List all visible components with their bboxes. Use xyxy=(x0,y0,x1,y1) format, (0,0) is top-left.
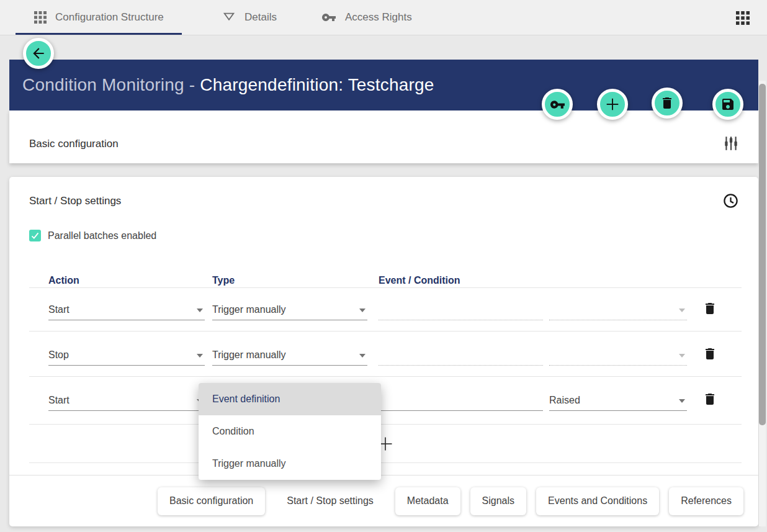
action-select-row2[interactable]: Stop xyxy=(48,345,205,366)
footer-button-references[interactable]: References xyxy=(669,487,743,515)
tune-sliders-icon[interactable] xyxy=(723,135,739,151)
column-header-type: Type xyxy=(212,275,235,286)
event-condition-field-row1[interactable] xyxy=(379,299,543,320)
footer-button-events-and-conditions[interactable]: Events and Conditions xyxy=(536,487,659,515)
plus-icon xyxy=(604,96,621,113)
page-title-prefix: Condition Monitoring - xyxy=(22,75,200,94)
row-value: Stop xyxy=(48,349,69,360)
app-window: Configuration Structure Details Access R… xyxy=(0,0,767,532)
divider xyxy=(29,424,742,425)
type-dropdown-menu: Event definition Condition Trigger manua… xyxy=(199,383,381,480)
state-select-row3[interactable]: Raised xyxy=(549,390,687,411)
chevron-down-icon xyxy=(197,309,203,312)
access-rights-button[interactable] xyxy=(542,89,573,120)
delete-row-button-row3[interactable] xyxy=(702,392,717,407)
divider xyxy=(29,331,742,331)
save-icon xyxy=(720,97,735,112)
menu-item-condition[interactable]: Condition xyxy=(199,415,381,448)
tab-label: Access Rights xyxy=(345,11,412,24)
scrollbar-track[interactable] xyxy=(759,81,766,526)
footer-button-signals[interactable]: Signals xyxy=(470,487,526,515)
key-icon xyxy=(321,10,336,25)
chevron-down-icon xyxy=(679,399,685,403)
basic-configuration-section: Basic configuration xyxy=(9,110,758,163)
page-title-main: Chargendefinition: Testcharge xyxy=(200,75,434,94)
footer-button-start-stop-settings[interactable]: Start / Stop settings xyxy=(275,487,385,515)
row-value: Trigger manually xyxy=(212,304,286,315)
event-condition-field-row2[interactable] xyxy=(379,345,543,366)
chevron-down-icon xyxy=(359,354,366,358)
tab-label: Details xyxy=(244,11,277,24)
trash-icon xyxy=(660,96,675,110)
type-select-row2[interactable]: Trigger manually xyxy=(212,345,367,366)
divider xyxy=(29,462,742,463)
parallel-batches-checkbox[interactable] xyxy=(29,230,41,241)
chevron-down-icon xyxy=(359,309,366,312)
apps-grid-icon[interactable] xyxy=(736,11,750,25)
column-header-action: Action xyxy=(48,275,79,286)
parallel-batches-label: Parallel batches enabled xyxy=(48,230,156,241)
grid-icon xyxy=(34,11,47,24)
delete-row-button-row2[interactable] xyxy=(702,346,717,361)
state-select-row2[interactable] xyxy=(549,345,687,366)
back-button[interactable] xyxy=(23,38,54,69)
divider xyxy=(29,287,742,288)
row-value: Raised xyxy=(549,395,580,405)
menu-item-event-definition[interactable]: Event definition xyxy=(199,383,381,415)
footer-button-basic-configuration[interactable]: Basic configuration xyxy=(158,487,265,515)
tab-access-rights[interactable]: Access Rights xyxy=(321,0,412,35)
action-select-row3[interactable]: Start xyxy=(48,390,205,411)
delete-button[interactable] xyxy=(652,88,683,119)
event-condition-field-row3[interactable] xyxy=(379,390,543,411)
key-icon xyxy=(550,97,565,112)
funnel-icon xyxy=(222,11,236,24)
page-header: Condition Monitoring - Chargendefinition… xyxy=(9,60,758,110)
type-select-row1[interactable]: Trigger manually xyxy=(212,299,367,320)
tab-details[interactable]: Details xyxy=(222,0,277,35)
save-button[interactable] xyxy=(712,89,743,120)
top-tab-bar: Configuration Structure Details Access R… xyxy=(0,0,767,35)
checkmark-icon xyxy=(30,231,40,240)
divider xyxy=(29,376,742,377)
scrollbar-thumb[interactable] xyxy=(759,84,766,425)
column-header-event-condition: Event / Condition xyxy=(379,275,460,286)
footer-button-metadata[interactable]: Metadata xyxy=(395,487,460,515)
chevron-down-icon xyxy=(679,309,685,312)
add-button[interactable] xyxy=(597,89,628,120)
tab-configuration-structure[interactable]: Configuration Structure xyxy=(34,0,164,35)
row-value: Start xyxy=(48,395,70,405)
chevron-down-icon xyxy=(679,354,685,358)
basic-configuration-title: Basic configuration xyxy=(29,138,119,150)
state-select-row1[interactable] xyxy=(549,299,687,320)
row-value: Start xyxy=(48,304,70,315)
action-select-row1[interactable]: Start xyxy=(48,299,205,320)
tab-label: Configuration Structure xyxy=(55,11,164,24)
clock-icon[interactable] xyxy=(722,192,739,209)
page-title: Condition Monitoring - Chargendefinition… xyxy=(22,75,434,95)
section-nav-footer: Basic configuration Start / Stop setting… xyxy=(9,475,758,526)
start-stop-title: Start / Stop settings xyxy=(29,195,121,207)
active-tab-indicator xyxy=(16,33,182,35)
start-stop-settings-section: Start / Stop settings Parallel batches e… xyxy=(9,177,758,526)
row-value: Trigger manually xyxy=(212,349,286,360)
chevron-down-icon xyxy=(197,354,203,358)
menu-item-trigger-manually[interactable]: Trigger manually xyxy=(199,448,381,480)
arrow-left-icon xyxy=(30,45,47,61)
delete-row-button-row1[interactable] xyxy=(702,301,717,316)
